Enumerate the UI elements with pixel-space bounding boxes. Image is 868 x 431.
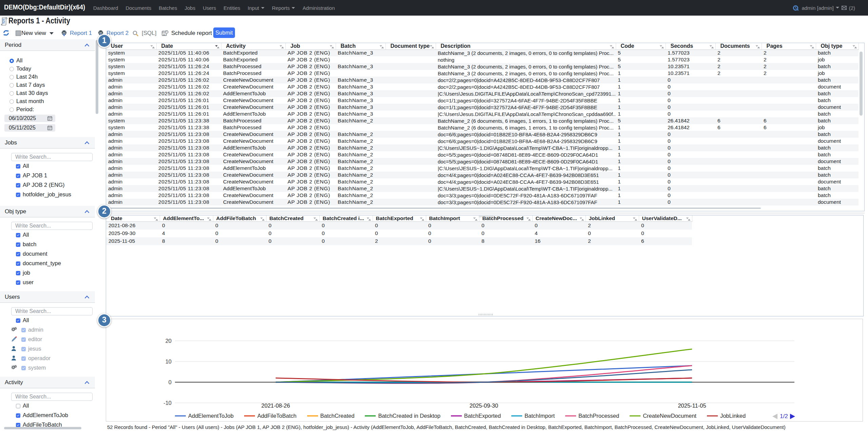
svg-text:0: 0 [169,379,172,385]
svg-text:2025-11-05: 2025-11-05 [678,403,706,409]
svg-text:12: 12 [163,33,165,35]
svg-text:10: 10 [165,358,172,365]
svg-text:2021-08-26: 2021-08-26 [261,403,290,409]
svg-text:20: 20 [165,338,172,344]
svg-text:-10: -10 [163,400,172,406]
svg-text:2025-09-30: 2025-09-30 [470,403,498,409]
